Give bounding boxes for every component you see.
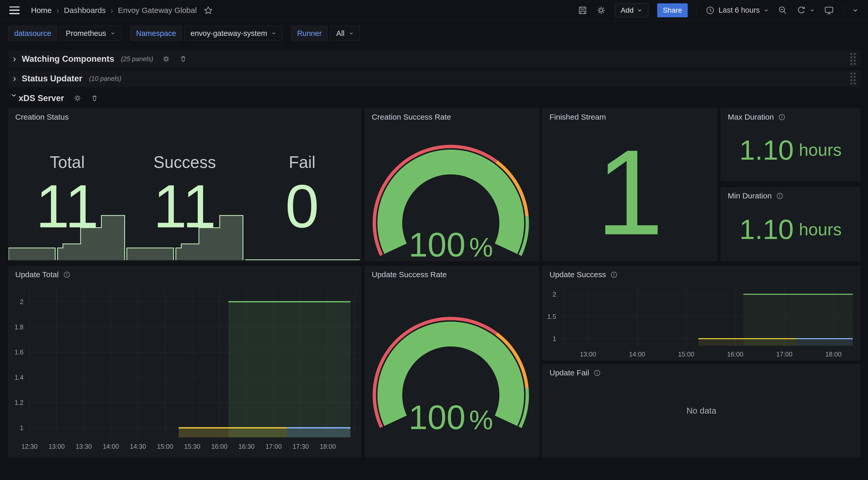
stat-value: 11 [153, 176, 216, 237]
panel-min-duration: Min Duration 1.10 hours [721, 187, 860, 261]
panel-title: Update Success Rate [372, 270, 447, 279]
time-series-chart[interactable]: 21.81.61.41.2112:3013:0013:3014:0014:301… [8, 266, 361, 457]
panel-header[interactable]: Max Duration [721, 109, 860, 125]
row-title[interactable]: xDS Server [19, 93, 64, 103]
chevron-down-icon [271, 31, 276, 36]
divider [696, 5, 697, 16]
panel-title: Max Duration [728, 113, 774, 121]
row-delete-trash-icon[interactable] [90, 94, 99, 102]
row-drag-handle[interactable] [850, 72, 856, 85]
panel-header[interactable]: Creation Success Rate [365, 109, 538, 125]
y-axis-tick-label: 1.6 [14, 349, 24, 356]
stat-label: Success [153, 153, 216, 172]
x-axis-tick-label: 18:00 [826, 351, 842, 358]
stat-value: 0 [285, 176, 319, 237]
navbar-actions: Add Share Last 6 hours [578, 3, 859, 17]
chevron-down-icon [809, 7, 815, 13]
info-icon[interactable] [594, 369, 601, 377]
breadcrumb-dashboards[interactable]: Dashboards [64, 6, 106, 15]
row-drag-handle[interactable] [850, 53, 856, 65]
x-axis-tick-label: 15:00 [157, 443, 173, 450]
variable-datasource-select[interactable]: Prometheus [60, 26, 121, 41]
time-range-picker[interactable]: Last 6 hours [706, 6, 769, 15]
stat-value-group: 1.10 hours [721, 119, 860, 181]
y-axis-tick-label: 1.5 [547, 313, 556, 320]
stat-columns: Total 11 Success 11 Fail 0 [8, 127, 361, 261]
stat-success: Success 11 [126, 127, 244, 261]
row-delete-trash-icon[interactable] [179, 55, 187, 63]
variable-runner-label[interactable]: Runner [291, 26, 328, 41]
info-icon[interactable] [776, 192, 783, 200]
panel-header[interactable]: Min Duration [721, 187, 860, 204]
panel-header[interactable]: Update Total [8, 266, 361, 283]
row-title[interactable]: Watching Components [22, 54, 114, 64]
panel-header[interactable]: Finished Stream [543, 109, 717, 125]
variable-namespace: Namespace envoy-gateway-system [130, 26, 282, 41]
variable-datasource-value: Prometheus [66, 29, 106, 38]
panel-header[interactable]: Creation Status [8, 109, 361, 125]
variable-datasource-label[interactable]: datasource [8, 26, 57, 41]
save-dashboard-icon[interactable] [578, 5, 587, 15]
stat-value: 11 [36, 176, 99, 237]
gauge-chart: 100% [365, 109, 539, 261]
row-collapse-chevron-icon[interactable]: › [9, 94, 20, 102]
x-axis-tick-label: 17:00 [776, 351, 793, 358]
share-button[interactable]: Share [657, 3, 688, 17]
star-icon[interactable] [204, 6, 213, 15]
x-axis-tick-label: 16:30 [239, 443, 255, 450]
info-icon[interactable] [63, 271, 70, 278]
x-axis-tick-label: 12:30 [22, 443, 38, 450]
dashboard-settings-icon[interactable] [596, 5, 606, 15]
refresh-icon[interactable] [797, 5, 815, 15]
share-button-label: Share [663, 6, 682, 14]
stat-value: 1 [543, 124, 717, 261]
x-axis-tick-label: 13:30 [76, 443, 92, 450]
x-axis-tick-label: 13:00 [49, 443, 65, 450]
stat-value: 1.10 [739, 213, 794, 245]
y-axis-tick-label: 1 [553, 335, 556, 342]
chevron-down-icon [349, 31, 354, 36]
chevron-down-icon [110, 31, 116, 36]
row-settings-gear-icon[interactable] [162, 55, 170, 63]
row-watching-components: › Watching Components (25 panels) [8, 50, 860, 67]
x-axis-tick-label: 13:00 [580, 351, 596, 358]
x-axis-tick-label: 14:30 [130, 443, 146, 450]
info-icon[interactable] [778, 114, 785, 121]
breadcrumb-current-dashboard[interactable]: Envoy Gateway Global [118, 6, 196, 15]
menu-icon[interactable] [9, 6, 20, 14]
panel-header[interactable]: Update Success Rate [365, 266, 538, 283]
chevron-down-icon[interactable] [852, 7, 859, 14]
panel-max-duration: Max Duration 1.10 hours [721, 109, 860, 181]
row-settings-gear-icon[interactable] [73, 94, 82, 102]
variable-namespace-select[interactable]: envoy-gateway-system [185, 26, 283, 41]
panel-finished-stream: Finished Stream 1 [542, 109, 717, 261]
row-expand-chevron-icon[interactable]: › [13, 73, 22, 84]
row-expand-chevron-icon[interactable]: › [13, 54, 22, 64]
y-axis-tick-label: 1.2 [14, 399, 24, 406]
panel-title: Update Total [15, 270, 59, 279]
variable-namespace-label[interactable]: Namespace [130, 26, 182, 41]
x-axis-tick-label: 18:00 [320, 443, 336, 450]
add-button[interactable]: Add [615, 3, 648, 17]
series-fill-green-series [743, 294, 853, 346]
panel-header[interactable]: Update Fail [543, 364, 860, 381]
panel-update-success-rate: Update Success Rate 100% [365, 266, 539, 457]
info-icon[interactable] [611, 271, 617, 278]
top-navbar: Home › Dashboards › Envoy Gateway Global [0, 0, 868, 21]
row-status-updater: › Status Updater (10 panels) [8, 70, 860, 87]
x-axis-tick-label: 17:30 [293, 443, 309, 450]
kiosk-mode-icon[interactable] [824, 5, 834, 16]
breadcrumb-home[interactable]: Home [31, 6, 52, 15]
y-axis-tick-label: 1.4 [14, 374, 24, 381]
zoom-out-icon[interactable] [778, 5, 788, 15]
variable-runner-select[interactable]: All [330, 26, 360, 41]
variable-runner-value: All [336, 29, 344, 38]
row-title[interactable]: Status Updater [22, 73, 83, 84]
stat-unit: hours [799, 140, 842, 160]
stat-label: Total [50, 153, 85, 172]
breadcrumb-separator: › [110, 5, 113, 15]
variable-namespace-value: envoy-gateway-system [191, 29, 268, 38]
panel-header[interactable]: Update Success [543, 266, 860, 283]
breadcrumb-separator: › [56, 5, 59, 15]
chevron-down-icon [764, 7, 769, 13]
